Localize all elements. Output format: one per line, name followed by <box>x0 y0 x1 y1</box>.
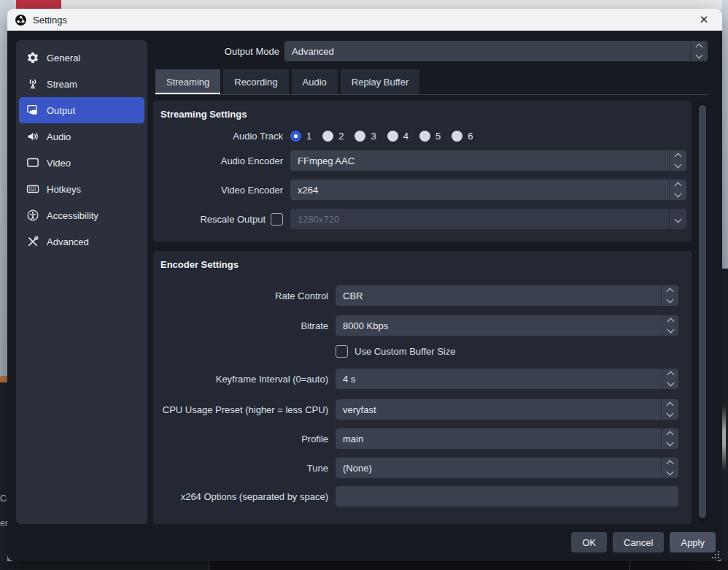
tune-row: Tune (None) <box>159 458 678 478</box>
cancel-button[interactable]: Cancel <box>613 532 664 552</box>
combo-chevrons-icon <box>661 428 678 449</box>
sidebar-item-label: Advanced <box>47 236 89 247</box>
rescale-output-label: Rescale Output <box>159 214 266 225</box>
settings-sidebar: General Stream Output <box>16 40 147 524</box>
cpu-preset-select[interactable]: veryfast <box>336 399 678 420</box>
tab-separator <box>155 94 708 95</box>
audio-track-radio-2[interactable] <box>322 131 333 142</box>
background-bottom-window <box>0 561 728 570</box>
sidebar-item-label: Output <box>47 105 75 116</box>
output-mode-label: Output Mode <box>225 42 279 62</box>
audio-track-radio-4[interactable] <box>387 131 398 142</box>
dialog-buttons: OK Cancel Apply <box>571 532 716 552</box>
cpu-preset-label: CPU Usage Preset (higher = less CPU) <box>159 404 328 415</box>
custom-buffer-label: Use Custom Buffer Size <box>355 346 455 357</box>
encoder-settings-title: Encoder Settings <box>160 259 239 270</box>
obs-logo-icon <box>15 14 27 26</box>
sidebar-item-hotkeys[interactable]: Hotkeys <box>19 176 144 202</box>
combo-chevrons-icon <box>669 150 686 171</box>
combo-chevrons-icon <box>661 285 678 306</box>
resize-grip[interactable] <box>712 551 719 558</box>
display-icon <box>26 156 39 169</box>
vertical-scrollbar[interactable] <box>697 102 708 523</box>
spinner-chevrons-icon <box>662 369 678 389</box>
rate-control-row: Rate Control CBR <box>159 285 678 306</box>
sidebar-item-label: Accessibility <box>47 210 98 221</box>
combo-chevron-down-icon <box>669 209 686 229</box>
spinner-chevrons-icon <box>662 315 678 336</box>
video-encoder-label: Video Encoder <box>159 185 283 196</box>
keyframe-interval-label: Keyframe Interval (0=auto) <box>159 374 328 385</box>
audio-encoder-select[interactable]: FFmpeg AAC <box>290 150 686 171</box>
profile-select[interactable]: main <box>336 428 678 449</box>
profile-label: Profile <box>159 434 328 444</box>
rate-control-label: Rate Control <box>159 290 328 301</box>
window-title: Settings <box>33 15 67 26</box>
x264-options-input[interactable] <box>336 486 678 507</box>
bitrate-label: Bitrate <box>159 320 328 331</box>
encoder-settings-panel: Encoder Settings Rate Control CBR Bitrat… <box>153 251 692 524</box>
close-button[interactable]: ✕ <box>693 13 715 26</box>
settings-body: General Stream Output <box>7 31 722 561</box>
sidebar-item-label: Audio <box>47 131 71 142</box>
rescale-resolution-select[interactable]: 1280x720 <box>290 209 686 229</box>
custom-buffer-checkbox[interactable] <box>336 345 348 358</box>
combo-chevrons-icon <box>669 180 686 200</box>
cpu-preset-row: CPU Usage Preset (higher = less CPU) ver… <box>159 399 678 420</box>
tab-replay-buffer[interactable]: Replay Buffer <box>341 69 420 94</box>
sidebar-item-label: General <box>47 53 80 63</box>
ok-button[interactable]: OK <box>571 532 607 552</box>
custom-buffer-row: Use Custom Buffer Size <box>159 345 678 358</box>
sidebar-item-general[interactable]: General <box>19 45 144 71</box>
sidebar-item-label: Video <box>47 158 71 169</box>
audio-track-radio-group: 1 2 3 4 5 6 <box>290 131 473 142</box>
gear-icon <box>26 51 39 64</box>
sidebar-item-advanced[interactable]: Advanced <box>19 228 144 255</box>
background-light-streak <box>722 405 726 471</box>
sidebar-item-video[interactable]: Video <box>19 150 144 176</box>
sidebar-item-label: Hotkeys <box>47 184 81 195</box>
apply-button[interactable]: Apply <box>670 532 716 552</box>
sidebar-item-audio[interactable]: Audio <box>19 123 144 150</box>
keyframe-interval-row: Keyframe Interval (0=auto) 4 s <box>159 369 678 389</box>
tools-icon <box>26 235 39 248</box>
sidebar-item-label: Stream <box>47 79 77 90</box>
output-icon <box>26 104 39 117</box>
combo-chevrons-icon <box>690 41 708 61</box>
audio-track-radio-3[interactable] <box>355 131 365 142</box>
tab-recording[interactable]: Recording <box>223 69 288 94</box>
rescale-output-checkbox[interactable] <box>271 213 283 226</box>
combo-chevrons-icon <box>661 399 678 420</box>
keyframe-interval-spinner[interactable]: 4 s <box>336 369 678 389</box>
background-horizon-line <box>0 376 7 382</box>
tune-select[interactable]: (None) <box>336 458 678 478</box>
x264-options-label: x264 Options (separated by space) <box>159 491 328 502</box>
tab-streaming[interactable]: Streaming <box>155 69 220 94</box>
sidebar-item-accessibility[interactable]: Accessibility <box>19 202 144 228</box>
keyboard-icon <box>26 182 39 196</box>
rate-control-select[interactable]: CBR <box>336 285 678 306</box>
audio-track-radio-6[interactable] <box>452 131 462 142</box>
video-encoder-row: Video Encoder x264 <box>159 180 686 200</box>
sidebar-item-stream[interactable]: Stream <box>19 71 144 97</box>
bitrate-spinner[interactable]: 8000 Kbps <box>336 315 678 336</box>
profile-row: Profile main <box>159 428 678 449</box>
audio-encoder-label: Audio Encoder <box>159 155 283 166</box>
video-encoder-select[interactable]: x264 <box>290 180 686 200</box>
broadcast-icon <box>26 77 39 90</box>
output-mode-value: Advanced <box>292 46 334 57</box>
scrollbar-thumb[interactable] <box>699 105 706 518</box>
x264-options-row: x264 Options (separated by space) <box>159 486 678 507</box>
sidebar-item-output[interactable]: Output <box>19 97 144 123</box>
titlebar[interactable]: Settings ✕ <box>7 9 722 31</box>
rescale-output-row: Rescale Output 1280x720 <box>159 209 686 229</box>
settings-window: Settings ✕ General Stream <box>7 9 722 561</box>
streaming-settings-title: Streaming Settings <box>160 109 247 120</box>
streaming-settings-panel: Streaming Settings Audio Track 1 2 3 4 5… <box>153 101 692 242</box>
output-mode-select[interactable]: Advanced <box>284 41 708 61</box>
tab-audio[interactable]: Audio <box>292 69 338 94</box>
speaker-icon <box>26 130 39 143</box>
output-tabs: Streaming Recording Audio Replay Buffer <box>155 69 419 94</box>
audio-track-radio-5[interactable] <box>419 131 430 142</box>
audio-track-radio-1[interactable] <box>290 131 301 142</box>
